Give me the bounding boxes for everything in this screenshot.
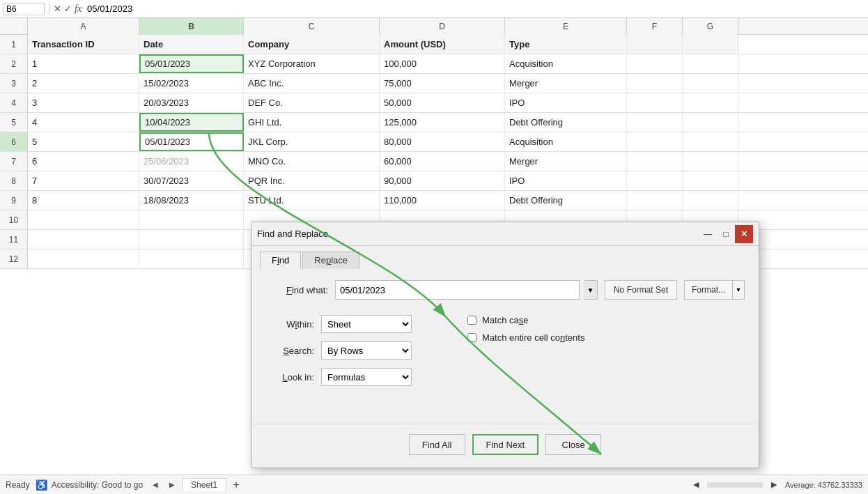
grid-cell[interactable]: 50,000: [380, 93, 505, 112]
col-header-c[interactable]: C: [244, 18, 380, 35]
grid-cell[interactable]: [627, 171, 683, 190]
col-header-b[interactable]: B: [139, 18, 244, 35]
grid-cell[interactable]: 05/01/2023: [139, 132, 244, 151]
grid-cell[interactable]: [139, 249, 244, 268]
grid-cell[interactable]: 25/06/2023: [139, 152, 244, 171]
grid-cell[interactable]: 60,000: [380, 152, 505, 171]
grid-cell[interactable]: 15/02/2023: [139, 74, 244, 93]
grid-cell[interactable]: [683, 152, 738, 171]
grid-cell[interactable]: 05/01/2023: [139, 54, 244, 73]
col-header-f[interactable]: F: [627, 18, 683, 35]
confirm-formula-icon[interactable]: ✓: [64, 3, 72, 15]
grid-cell[interactable]: IPO: [505, 171, 627, 190]
find-dropdown-arrow[interactable]: ▼: [584, 280, 598, 300]
grid-cell[interactable]: [683, 35, 738, 54]
grid-cell[interactable]: 8: [28, 191, 139, 210]
dialog-minimize-button[interactable]: —: [699, 225, 717, 243]
tab-replace[interactable]: Replace: [302, 252, 359, 269]
sheet-tab-sheet1[interactable]: Sheet1: [182, 478, 226, 491]
search-select[interactable]: By Rows By Columns: [321, 341, 412, 360]
grid-cell[interactable]: [627, 191, 683, 210]
grid-cell[interactable]: STU Ltd.: [244, 191, 380, 210]
grid-cell[interactable]: Date: [139, 35, 244, 54]
find-what-input[interactable]: [335, 280, 580, 300]
grid-cell[interactable]: [683, 113, 738, 132]
grid-cell[interactable]: 6: [28, 152, 139, 171]
grid-cell[interactable]: ABC Inc.: [244, 74, 380, 93]
dialog-close-button[interactable]: ✕: [735, 225, 753, 243]
col-header-e[interactable]: E: [505, 18, 627, 35]
grid-cell[interactable]: [28, 249, 139, 268]
grid-cell[interactable]: 75,000: [380, 74, 505, 93]
within-select[interactable]: Sheet Workbook: [321, 315, 412, 333]
grid-cell[interactable]: Acquisition: [505, 54, 627, 73]
find-all-button[interactable]: Find All: [409, 434, 465, 455]
format-dropdown-arrow[interactable]: ▼: [732, 280, 745, 300]
grid-cell[interactable]: Merger: [505, 152, 627, 171]
match-entire-checkbox[interactable]: [467, 333, 476, 342]
grid-cell[interactable]: [627, 152, 683, 171]
grid-cell[interactable]: DEF Co.: [244, 93, 380, 112]
grid-cell[interactable]: [683, 171, 738, 190]
grid-cell[interactable]: MNO Co.: [244, 152, 380, 171]
grid-cell[interactable]: [683, 93, 738, 112]
find-next-button[interactable]: Find Next: [472, 434, 539, 455]
sheet-nav-right[interactable]: ▶: [165, 478, 179, 492]
look-in-select[interactable]: Formulas Values Notes: [321, 368, 412, 386]
grid-cell[interactable]: 20/03/2023: [139, 93, 244, 112]
no-format-button[interactable]: No Format Set: [605, 280, 677, 300]
grid-cell[interactable]: 7: [28, 171, 139, 190]
dialog-maximize-button[interactable]: □: [717, 225, 735, 243]
insert-function-icon[interactable]: fx: [75, 3, 82, 15]
grid-cell[interactable]: 3: [28, 93, 139, 112]
grid-cell[interactable]: XYZ Corporation: [244, 54, 380, 73]
col-header-g[interactable]: G: [683, 18, 738, 35]
grid-cell[interactable]: 90,000: [380, 171, 505, 190]
grid-cell[interactable]: 80,000: [380, 132, 505, 151]
grid-cell[interactable]: 30/07/2023: [139, 171, 244, 190]
grid-cell[interactable]: Amount (USD): [380, 35, 505, 54]
grid-cell[interactable]: [683, 191, 738, 210]
grid-cell[interactable]: [139, 230, 244, 249]
match-case-checkbox[interactable]: [467, 316, 476, 325]
grid-cell[interactable]: [139, 210, 244, 229]
grid-cell[interactable]: 18/08/2023: [139, 191, 244, 210]
close-dialog-button[interactable]: Close: [545, 434, 601, 455]
scrollbar-track[interactable]: [707, 482, 763, 488]
grid-cell[interactable]: Company: [244, 35, 380, 54]
cell-ref-input[interactable]: [3, 3, 45, 15]
scroll-left-icon[interactable]: ◀: [693, 480, 699, 489]
grid-cell[interactable]: 100,000: [380, 54, 505, 73]
grid-cell[interactable]: [627, 74, 683, 93]
grid-cell[interactable]: Transaction ID: [28, 35, 139, 54]
grid-cell[interactable]: IPO: [505, 93, 627, 112]
grid-cell[interactable]: [627, 54, 683, 73]
grid-cell[interactable]: 125,000: [380, 113, 505, 132]
grid-cell[interactable]: GHI Ltd.: [244, 113, 380, 132]
grid-cell[interactable]: JKL Corp.: [244, 132, 380, 151]
grid-cell[interactable]: [683, 74, 738, 93]
grid-cell[interactable]: [683, 132, 738, 151]
grid-cell[interactable]: 1: [28, 54, 139, 73]
grid-cell[interactable]: [627, 132, 683, 151]
cancel-formula-icon[interactable]: ✕: [54, 3, 61, 15]
grid-cell[interactable]: [28, 210, 139, 229]
grid-cell[interactable]: 4: [28, 113, 139, 132]
grid-cell[interactable]: [28, 230, 139, 249]
grid-cell[interactable]: [627, 93, 683, 112]
sheet-nav-left[interactable]: ◀: [148, 478, 162, 492]
format-button[interactable]: Format...: [684, 280, 732, 300]
grid-cell[interactable]: Debt Offering: [505, 191, 627, 210]
grid-cell[interactable]: Debt Offering: [505, 113, 627, 132]
grid-cell[interactable]: [627, 113, 683, 132]
grid-cell[interactable]: Acquisition: [505, 132, 627, 151]
grid-cell[interactable]: 2: [28, 74, 139, 93]
grid-cell[interactable]: 5: [28, 132, 139, 151]
formula-input[interactable]: [84, 3, 865, 15]
add-sheet-button[interactable]: +: [229, 478, 243, 492]
grid-cell[interactable]: 10/04/2023: [139, 113, 244, 132]
col-header-a[interactable]: A: [28, 18, 139, 35]
grid-cell[interactable]: Merger: [505, 74, 627, 93]
grid-cell[interactable]: PQR Inc.: [244, 171, 380, 190]
grid-cell[interactable]: [683, 54, 738, 73]
